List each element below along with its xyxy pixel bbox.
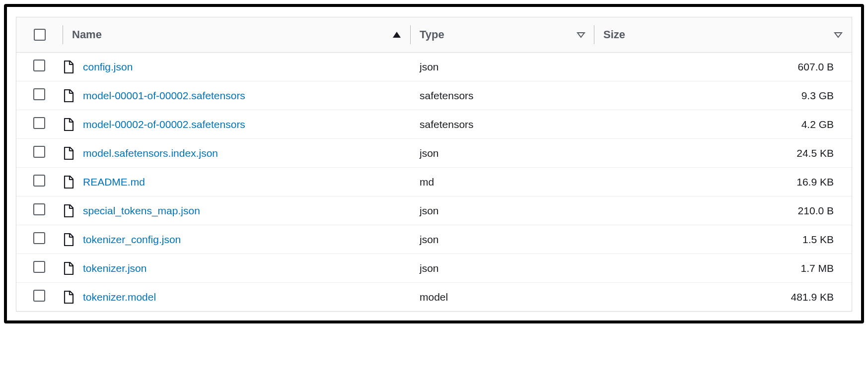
name-cell: tokenizer.model bbox=[63, 283, 411, 312]
row-select-cell[interactable] bbox=[16, 53, 63, 81]
row-select-cell[interactable] bbox=[16, 110, 63, 139]
file-icon bbox=[63, 89, 74, 102]
table-row: model-00002-of-00002.safetensorssafetens… bbox=[16, 110, 852, 139]
row-select-cell[interactable] bbox=[16, 283, 63, 312]
table-row: model.safetensors.index.jsonjson24.5 KB bbox=[16, 139, 852, 168]
row-checkbox[interactable] bbox=[33, 232, 45, 244]
row-checkbox[interactable] bbox=[33, 88, 45, 100]
type-cell: json bbox=[411, 225, 594, 254]
svg-marker-2 bbox=[835, 33, 842, 37]
table-row: model-00001-of-00002.safetensorssafetens… bbox=[16, 81, 852, 110]
file-link[interactable]: model.safetensors.index.json bbox=[83, 147, 218, 159]
file-link[interactable]: tokenizer_config.json bbox=[83, 234, 181, 246]
file-icon bbox=[63, 291, 74, 304]
type-cell: md bbox=[411, 168, 594, 196]
header-size[interactable]: Size bbox=[594, 17, 852, 53]
name-cell: model-00001-of-00002.safetensors bbox=[63, 81, 411, 110]
window-frame: Name Type bbox=[4, 4, 864, 323]
size-cell: 607.0 B bbox=[594, 53, 852, 81]
table-header-row: Name Type bbox=[16, 17, 852, 53]
row-checkbox[interactable] bbox=[33, 60, 45, 71]
header-name[interactable]: Name bbox=[63, 17, 411, 53]
file-icon bbox=[63, 176, 74, 189]
row-checkbox[interactable] bbox=[33, 117, 45, 129]
file-link[interactable]: tokenizer.model bbox=[83, 291, 156, 303]
size-cell: 9.3 GB bbox=[594, 81, 852, 110]
type-cell: model bbox=[411, 283, 594, 312]
file-icon bbox=[63, 233, 74, 246]
sort-icon bbox=[834, 31, 843, 38]
header-select-all[interactable] bbox=[16, 17, 63, 53]
name-cell: model-00002-of-00002.safetensors bbox=[63, 110, 411, 139]
table-row: tokenizer.jsonjson1.7 MB bbox=[16, 254, 852, 283]
header-type-label: Type bbox=[420, 28, 444, 41]
svg-marker-0 bbox=[393, 32, 401, 38]
file-link[interactable]: model-00001-of-00002.safetensors bbox=[83, 90, 245, 102]
row-checkbox[interactable] bbox=[33, 146, 45, 158]
table-row: special_tokens_map.jsonjson210.0 B bbox=[16, 196, 852, 225]
row-select-cell[interactable] bbox=[16, 196, 63, 225]
row-checkbox[interactable] bbox=[33, 261, 45, 273]
row-checkbox[interactable] bbox=[33, 290, 45, 302]
row-select-cell[interactable] bbox=[16, 225, 63, 254]
row-select-cell[interactable] bbox=[16, 254, 63, 283]
size-cell: 4.2 GB bbox=[594, 110, 852, 139]
type-cell: json bbox=[411, 53, 594, 81]
sort-icon bbox=[577, 31, 585, 38]
type-cell: json bbox=[411, 139, 594, 168]
row-select-cell[interactable] bbox=[16, 81, 63, 110]
type-cell: json bbox=[411, 196, 594, 225]
sort-ascending-icon bbox=[392, 31, 402, 39]
row-select-cell[interactable] bbox=[16, 168, 63, 196]
table-row: tokenizer.modelmodel481.9 KB bbox=[16, 283, 852, 312]
file-link[interactable]: special_tokens_map.json bbox=[83, 205, 200, 217]
table-row: README.mdmd16.9 KB bbox=[16, 168, 852, 196]
file-icon bbox=[63, 118, 74, 131]
table-row: config.jsonjson607.0 B bbox=[16, 53, 852, 81]
file-icon bbox=[63, 147, 74, 160]
select-all-checkbox[interactable] bbox=[34, 29, 46, 41]
type-cell: safetensors bbox=[411, 81, 594, 110]
file-table: Name Type bbox=[16, 17, 852, 311]
name-cell: README.md bbox=[63, 168, 411, 196]
row-checkbox[interactable] bbox=[33, 203, 45, 215]
size-cell: 1.7 MB bbox=[594, 254, 852, 283]
name-cell: config.json bbox=[63, 53, 411, 81]
file-link[interactable]: README.md bbox=[83, 176, 145, 188]
header-name-label: Name bbox=[72, 28, 102, 41]
file-listing-panel: Name Type bbox=[16, 17, 852, 312]
name-cell: tokenizer.json bbox=[63, 254, 411, 283]
file-icon bbox=[63, 204, 74, 217]
table-row: tokenizer_config.jsonjson1.5 KB bbox=[16, 225, 852, 254]
name-cell: special_tokens_map.json bbox=[63, 196, 411, 225]
size-cell: 210.0 B bbox=[594, 196, 852, 225]
name-cell: tokenizer_config.json bbox=[63, 225, 411, 254]
type-cell: safetensors bbox=[411, 110, 594, 139]
size-cell: 1.5 KB bbox=[594, 225, 852, 254]
header-size-label: Size bbox=[603, 28, 625, 41]
file-icon bbox=[63, 61, 74, 73]
type-cell: json bbox=[411, 254, 594, 283]
size-cell: 24.5 KB bbox=[594, 139, 852, 168]
name-cell: model.safetensors.index.json bbox=[63, 139, 411, 168]
file-link[interactable]: tokenizer.json bbox=[83, 262, 146, 274]
row-checkbox[interactable] bbox=[33, 175, 45, 187]
header-type[interactable]: Type bbox=[411, 17, 594, 53]
size-cell: 16.9 KB bbox=[594, 168, 852, 196]
file-icon bbox=[63, 262, 74, 275]
file-link[interactable]: config.json bbox=[83, 61, 133, 73]
file-link[interactable]: model-00002-of-00002.safetensors bbox=[83, 119, 245, 130]
row-select-cell[interactable] bbox=[16, 139, 63, 168]
size-cell: 481.9 KB bbox=[594, 283, 852, 312]
svg-marker-1 bbox=[578, 33, 584, 37]
